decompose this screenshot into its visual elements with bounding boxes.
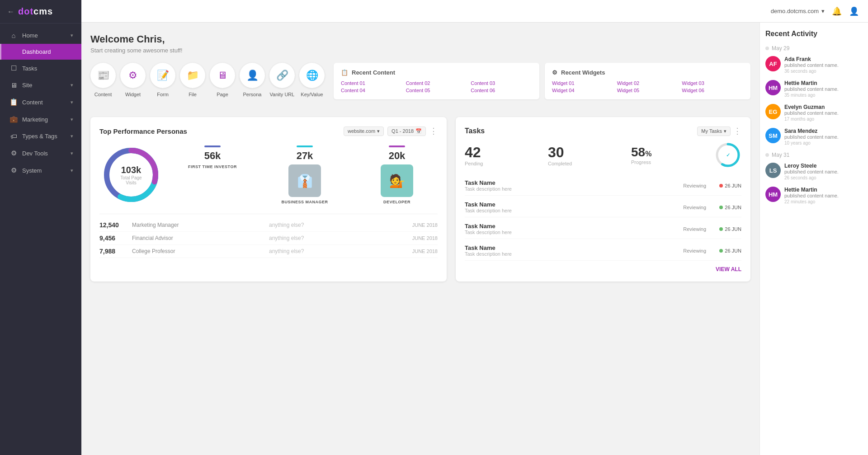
task-desc-3: Task description here <box>465 251 679 257</box>
recent-widgets-icon: ⚙ <box>552 69 557 76</box>
recent-widget-item[interactable]: Widget 04 <box>552 88 613 93</box>
sidebar-item-marketing[interactable]: 💼 Marketing ▾ <box>0 111 81 128</box>
tasks-progress-label: Progress <box>631 159 707 165</box>
quick-action-label-key_value: Key/Value <box>301 92 323 97</box>
sidebar-item-site[interactable]: 🖥 Site ▾ <box>0 77 81 94</box>
nav-arrow-system: ▾ <box>71 168 73 174</box>
task-name-3: Task Name <box>465 244 679 251</box>
recent-widget-item[interactable]: Widget 03 <box>682 80 743 86</box>
sidebar-item-home[interactable]: ⌂ Home ▾ <box>0 27 81 44</box>
user-icon[interactable]: 👤 <box>849 6 859 16</box>
quick-action-key_value[interactable]: 🌐 Key/Value <box>299 63 325 97</box>
ra-time-leroy: 26 seconds ago <box>784 175 863 180</box>
sidebar-item-system[interactable]: ⚙ System ▾ <box>0 162 81 179</box>
task-date-3: 26 JUN <box>725 248 741 253</box>
tasks-pending-label: Pending <box>465 161 541 166</box>
recent-widget-item[interactable]: Widget 06 <box>682 88 743 93</box>
donut-center: 103k Total Page Visits <box>115 165 147 185</box>
ra-text-hettie1: Hettie Martin published content name. 35… <box>784 80 863 98</box>
recent-content-item[interactable]: Content 06 <box>471 88 532 93</box>
sidebar-item-dashboard[interactable]: Dashboard <box>0 44 81 60</box>
ra-action-hettie1: published content name. <box>784 86 863 92</box>
content-area: Welcome Chris, Start creating some aweso… <box>81 23 868 455</box>
ra-name-leroy: Leroy Steele <box>784 163 863 169</box>
performance-table: 12,540 Marketing Manager anything else? … <box>99 214 438 258</box>
table-row: 7,988 College Professor anything else? J… <box>99 245 438 258</box>
quick-action-file[interactable]: 📁 File <box>180 63 205 97</box>
ra-text-sara: Sara Mendez published content name. 10 y… <box>784 128 863 145</box>
quick-action-form[interactable]: 📝 Form <box>150 63 175 97</box>
perf-date: JUNE 2018 <box>406 235 438 241</box>
tasks-card: Tasks My Tasks ▾ ⋮ 42 Pending <box>456 117 750 281</box>
recent-content-item[interactable]: Content 02 <box>406 80 467 86</box>
persona-value-1: 27k <box>297 150 313 162</box>
sidebar-item-content[interactable]: 📋 Content ▾ <box>0 94 81 111</box>
nav-arrow-site: ▾ <box>71 82 73 88</box>
tasks-card-title: Tasks <box>465 127 485 135</box>
sidebar-item-tasks[interactable]: ☐ Tasks <box>0 60 81 77</box>
ra-time-sara: 10 years ago <box>784 141 863 145</box>
ra-name-sara: Sara Mendez <box>784 128 863 134</box>
back-arrow-icon[interactable]: ← <box>7 8 14 16</box>
quick-action-page[interactable]: 🖥 Page <box>210 63 235 97</box>
performance-card-header: Top Performance Personas website.com ▾ Q… <box>99 126 438 136</box>
recent-activity-title: Recent Activity <box>765 30 863 38</box>
nav-icon-types_tags: 🏷 <box>9 132 18 140</box>
site-filter-btn[interactable]: website.com ▾ <box>344 127 384 136</box>
quick-action-content[interactable]: 📰 Content <box>90 63 116 97</box>
tasks-more-icon[interactable]: ⋮ <box>733 126 741 136</box>
perf-action: anything else? <box>269 222 401 228</box>
recent-content-item[interactable]: Content 04 <box>341 88 402 93</box>
nav-arrow-content: ▾ <box>71 99 73 105</box>
quick-action-circle-content: 📰 <box>90 63 116 88</box>
donut-chart: 103k Total Page Visits <box>99 143 163 206</box>
tasks-progress-value: 58% <box>631 145 707 159</box>
task-date-col-1: 26 JUN <box>719 205 741 210</box>
ra-name-evelyn: Evelyn Guzman <box>784 104 863 110</box>
site-selector[interactable]: demo.dotcms.com ▾ <box>771 8 825 14</box>
recent-activity-content: May 29 AF Ada Frank published content na… <box>765 45 863 204</box>
task-status-0: Reviewing <box>683 183 715 188</box>
tasks-completed-value: 30 <box>548 144 624 161</box>
task-date-col-2: 26 JUN <box>719 226 741 232</box>
task-desc-1: Task description here <box>465 208 679 213</box>
sidebar-nav: ⌂ Home ▾ Dashboard ☐ Tasks 🖥 Site ▾ 📋 Co… <box>0 23 81 455</box>
recent-content-item[interactable]: Content 01 <box>341 80 402 86</box>
period-filter-btn[interactable]: Q1 - 2018 📅 <box>387 127 426 136</box>
recent-content-item[interactable]: Content 05 <box>406 88 467 93</box>
recent-content-grid: Content 01Content 02Content 03Content 04… <box>341 80 532 93</box>
performance-more-icon[interactable]: ⋮ <box>429 126 438 136</box>
perf-action: anything else? <box>269 235 401 241</box>
ra-text-evelyn: Evelyn Guzman published content name. 17… <box>784 104 863 122</box>
nav-label-content: Content <box>22 99 66 106</box>
recent-widget-item[interactable]: Widget 02 <box>617 80 679 86</box>
performance-body: 103k Total Page Visits 56k FIRST TIME IN… <box>99 143 438 206</box>
quick-action-vanity_url[interactable]: 🔗 Vanity URL <box>269 63 295 97</box>
task-info-3: Task Name Task description here <box>465 244 679 257</box>
quick-action-label-widget: Widget <box>125 92 141 97</box>
recent-content-item[interactable]: Content 03 <box>471 80 532 86</box>
sidebar-logo: ← dotcms <box>0 0 81 23</box>
sidebar-item-types_tags[interactable]: 🏷 Types & Tags ▾ <box>0 128 81 145</box>
quick-action-label-file: File <box>189 92 197 97</box>
quick-action-widget[interactable]: ⚙ Widget <box>120 63 146 97</box>
recent-widgets-title: ⚙ Recent Widgets <box>552 69 743 76</box>
task-dot-3 <box>719 249 723 253</box>
view-all-button[interactable]: VIEW ALL <box>465 266 741 272</box>
tasks-filter-btn[interactable]: My Tasks ▾ <box>697 127 731 136</box>
task-date-0: 26 JUN <box>725 183 741 188</box>
task-dot-0 <box>719 184 723 188</box>
nav-label-system: System <box>22 167 66 174</box>
task-row: Task Name Task description here Reviewin… <box>465 176 741 196</box>
recent-widget-item[interactable]: Widget 01 <box>552 80 613 86</box>
quick-action-circle-form: 📝 <box>150 63 175 88</box>
quick-action-circle-vanity_url: 🔗 <box>269 63 295 88</box>
right-sidebar: Recent Activity May 29 AF Ada Frank publ… <box>760 23 868 455</box>
perf-num: 7,988 <box>99 248 127 255</box>
quick-action-persona[interactable]: 👤 Persona <box>240 63 265 97</box>
recent-widget-item[interactable]: Widget 05 <box>617 88 679 93</box>
ra-action-hettie2: published content name. <box>784 193 863 198</box>
nav-icon-dev_tools: ⚙ <box>9 149 18 157</box>
sidebar-item-dev_tools[interactable]: ⚙ Dev Tools ▾ <box>0 145 81 162</box>
notification-icon[interactable]: 🔔 <box>832 6 842 16</box>
